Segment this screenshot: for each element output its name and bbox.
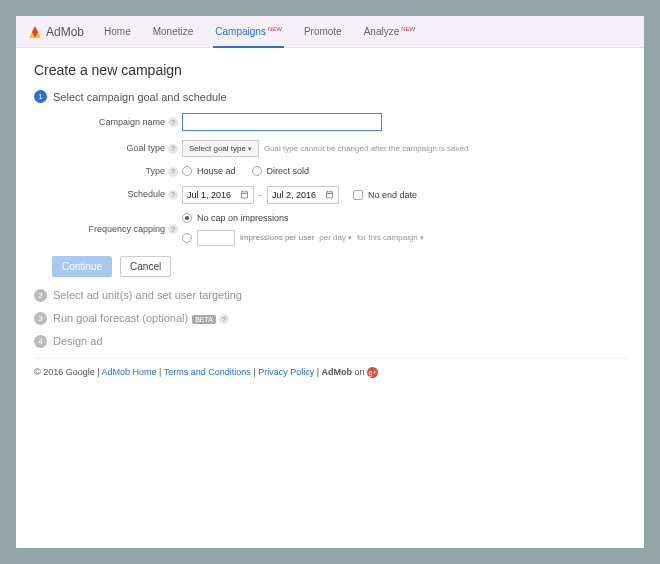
help-icon[interactable]: ?	[219, 314, 229, 324]
nav-monetize[interactable]: Monetize	[151, 16, 196, 47]
step-4-label: Design ad	[53, 335, 103, 347]
campaign-name-input[interactable]	[182, 113, 382, 131]
help-icon[interactable]: ?	[168, 144, 178, 154]
end-date-input[interactable]: Jul 2, 2016	[267, 186, 339, 204]
start-date-input[interactable]: Jul 1, 2016	[182, 186, 254, 204]
calendar-icon	[240, 190, 249, 199]
brand-text: AdMob	[46, 25, 84, 39]
type-direct-radio[interactable]	[252, 166, 262, 176]
type-direct-label: Direct sold	[267, 166, 310, 176]
frequency-label: Frequency capping	[88, 224, 165, 234]
help-icon[interactable]: ?	[168, 190, 178, 200]
footer-home-link[interactable]: AdMob Home	[102, 367, 157, 377]
footer: © 2016 Google | AdMob Home | Terms and C…	[34, 358, 626, 378]
step-3-header[interactable]: 3 Run goal forecast (optional)BETA?	[34, 312, 626, 325]
step-3-label: Run goal forecast (optional)BETA?	[53, 312, 229, 325]
step-4-num: 4	[34, 335, 47, 348]
brand: AdMob	[28, 25, 84, 39]
footer-brand: AdMob	[322, 367, 353, 377]
continue-button[interactable]: Continue	[52, 256, 112, 277]
date-separator: -	[259, 190, 262, 200]
freq-period-select[interactable]: per day	[319, 233, 352, 242]
cancel-button[interactable]: Cancel	[120, 256, 171, 277]
campaign-name-label: Campaign name	[99, 117, 165, 127]
footer-terms-link[interactable]: Terms and Conditions	[164, 367, 251, 377]
goal-type-select[interactable]: Select goal type	[182, 140, 259, 157]
campaign-form: Campaign name? Goal type? Select goal ty…	[52, 113, 626, 246]
goal-type-hint: Goal type cannot be changed after the ca…	[264, 144, 469, 153]
nav-analyze[interactable]: AnalyzeNEW	[362, 16, 418, 47]
new-badge: NEW	[268, 26, 282, 32]
nav-campaigns[interactable]: CampaignsNEW	[213, 16, 284, 47]
top-nav: Home Monetize CampaignsNEW Promote Analy…	[102, 16, 417, 47]
step-2-num: 2	[34, 289, 47, 302]
goal-type-label: Goal type	[126, 143, 165, 153]
step-4-header[interactable]: 4 Design ad	[34, 335, 626, 348]
form-buttons: Continue Cancel	[52, 256, 626, 277]
step-2-label: Select ad unit(s) and set user targeting	[53, 289, 242, 301]
impressions-input[interactable]	[197, 230, 235, 246]
footer-privacy-link[interactable]: Privacy Policy	[258, 367, 314, 377]
help-icon[interactable]: ?	[168, 224, 178, 234]
schedule-label: Schedule	[127, 189, 165, 199]
step-1-header: 1 Select campaign goal and schedule	[34, 90, 626, 103]
type-house-label: House ad	[197, 166, 236, 176]
freq-nocap-radio[interactable]	[182, 213, 192, 223]
no-end-date-checkbox[interactable]	[353, 190, 363, 200]
step-1-num: 1	[34, 90, 47, 103]
top-bar: AdMob Home Monetize CampaignsNEW Promote…	[16, 16, 644, 48]
footer-on: on	[355, 367, 365, 377]
step-3-num: 3	[34, 312, 47, 325]
beta-badge: BETA	[192, 315, 216, 324]
calendar-icon	[325, 190, 334, 199]
type-house-radio[interactable]	[182, 166, 192, 176]
step-2-header[interactable]: 2 Select ad unit(s) and set user targeti…	[34, 289, 626, 302]
type-label: Type	[145, 166, 165, 176]
freq-cap-radio[interactable]	[182, 233, 192, 243]
nav-promote[interactable]: Promote	[302, 16, 344, 47]
nav-home[interactable]: Home	[102, 16, 133, 47]
help-icon[interactable]: ?	[168, 167, 178, 177]
new-badge: NEW	[401, 26, 415, 32]
google-plus-icon[interactable]: g+	[367, 367, 378, 378]
freq-scope-select[interactable]: for this campaign	[357, 233, 424, 242]
no-end-date-label: No end date	[368, 190, 417, 200]
admob-logo-icon	[28, 25, 42, 39]
impressions-label: impressions per user	[240, 233, 314, 242]
footer-copyright: © 2016 Google	[34, 367, 95, 377]
freq-nocap-label: No cap on impressions	[197, 213, 289, 223]
page-title: Create a new campaign	[34, 62, 626, 78]
help-icon[interactable]: ?	[168, 117, 178, 127]
content: Create a new campaign 1 Select campaign …	[16, 48, 644, 548]
step-1-label: Select campaign goal and schedule	[53, 91, 227, 103]
